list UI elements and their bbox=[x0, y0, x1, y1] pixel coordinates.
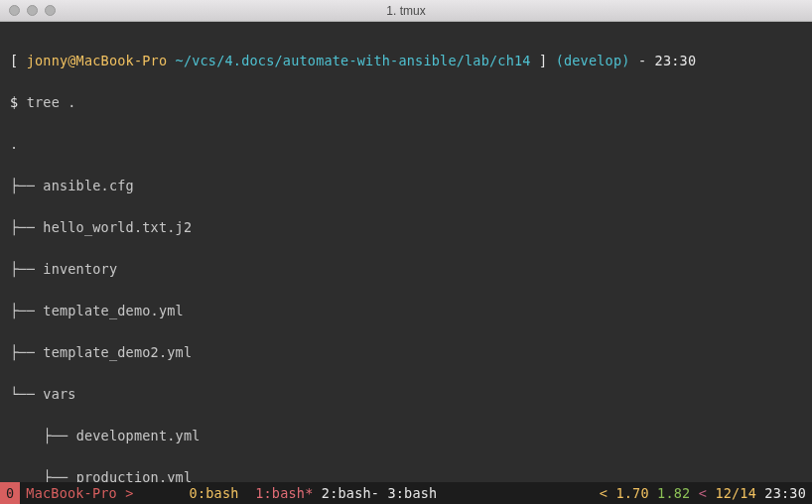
command-line-1: $ tree . bbox=[10, 92, 802, 113]
status-host: MacBook-Pro > bbox=[20, 482, 133, 504]
close-icon[interactable] bbox=[9, 5, 20, 16]
git-branch: develop bbox=[564, 53, 621, 68]
status-time: 23:30 bbox=[764, 485, 806, 501]
tmux-tab-1-active[interactable]: 1:bash* bbox=[255, 485, 313, 501]
tmux-tab-2[interactable]: 2:bash- bbox=[322, 485, 379, 501]
window-title: 1. tmux bbox=[0, 4, 812, 18]
status-date: 12/14 bbox=[715, 485, 756, 501]
tmux-tabs: 0:bash 1:bash* 2:bash- 3:bash bbox=[190, 482, 438, 504]
tmux-tab-0[interactable]: 0:bash bbox=[190, 485, 239, 501]
tmux-statusbar: 0 MacBook-Pro > 0:bash 1:bash* 2:bash- 3… bbox=[0, 482, 812, 504]
tree-item: ├── ansible.cfg bbox=[10, 176, 802, 196]
tree-subitem: ├── development.yml bbox=[10, 426, 802, 446]
window-titlebar: 1. tmux bbox=[0, 0, 812, 22]
zoom-icon[interactable] bbox=[45, 5, 56, 16]
prompt-line-1: [ jonny@MacBook-Pro ~/vcs/4.docs/automat… bbox=[10, 51, 802, 71]
tmux-tab-3[interactable]: 3:bash bbox=[387, 485, 437, 501]
load-1: 1.70 bbox=[615, 485, 648, 501]
tree-item: └── vars bbox=[10, 384, 802, 405]
cwd-path: ~/vcs/4.docs/automate-with-ansible/lab/c… bbox=[176, 53, 531, 68]
prompt-time: 23:30 bbox=[655, 53, 697, 68]
tree-item: ├── template_demo2.yml bbox=[10, 342, 802, 363]
terminal-content[interactable]: [ jonny@MacBook-Pro ~/vcs/4.docs/automat… bbox=[0, 22, 812, 482]
load-2: 1.82 bbox=[657, 485, 690, 501]
tree-item: ├── inventory bbox=[10, 259, 802, 280]
traffic-lights bbox=[0, 5, 56, 16]
tree-item: ├── hello_world.txt.j2 bbox=[10, 217, 802, 238]
tree-item: ├── template_demo.yml bbox=[10, 301, 802, 321]
user-host: jonny@MacBook-Pro bbox=[27, 53, 168, 68]
status-right: < 1.70 1.82 < 12/14 23:30 bbox=[600, 482, 812, 504]
command-text: tree . bbox=[27, 94, 76, 110]
minimize-icon[interactable] bbox=[27, 5, 38, 16]
tree-root-dot: . bbox=[10, 134, 802, 155]
session-index[interactable]: 0 bbox=[0, 482, 20, 504]
